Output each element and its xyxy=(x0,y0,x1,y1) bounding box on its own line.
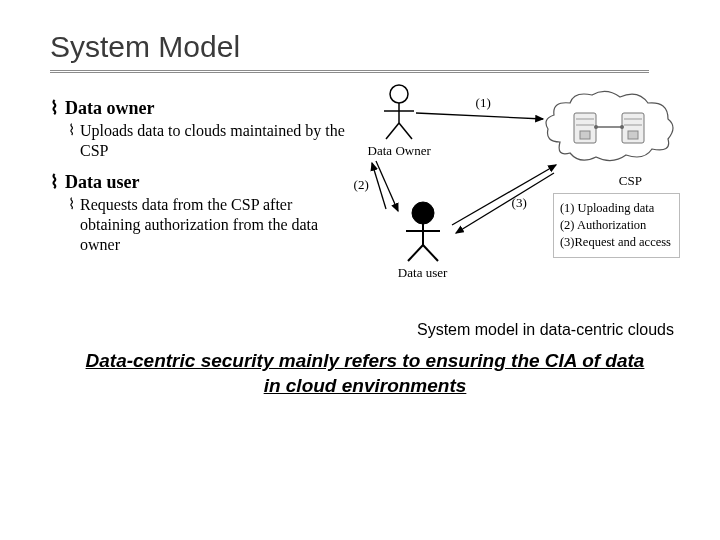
csp-cloud xyxy=(540,87,680,171)
actor-label: Data Owner xyxy=(368,143,431,159)
bullet-text: Uploads data to clouds maintained by the… xyxy=(80,121,348,161)
system-diagram: Data Owner Data user xyxy=(358,83,680,303)
bullet-icon: ⌇ xyxy=(68,121,75,140)
bullet-data-user-sub: ⌇ Requests data from the CSP after obtai… xyxy=(68,195,348,255)
bullet-icon: ⌇ xyxy=(50,97,59,119)
stick-figure-icon xyxy=(398,201,448,263)
svg-line-8 xyxy=(408,245,423,261)
svg-line-24 xyxy=(452,165,556,225)
svg-line-3 xyxy=(386,123,399,139)
csp-label: CSP xyxy=(619,173,642,189)
bullet-data-owner-sub: ⌇ Uploads data to clouds maintained by t… xyxy=(68,121,348,161)
legend-line: (1) Uploading data xyxy=(560,200,671,217)
bullet-heading: Data owner xyxy=(65,98,154,119)
slide-title: System Model xyxy=(50,30,649,73)
legend-line: (3)Request and access xyxy=(560,234,671,251)
arrow-label-2: (2) xyxy=(354,177,369,193)
actor-data-owner: Data Owner xyxy=(368,83,431,159)
legend-line: (2) Authorization xyxy=(560,217,671,234)
bullet-column: ⌇ Data owner ⌇ Uploads data to clouds ma… xyxy=(50,83,348,303)
bullet-icon: ⌇ xyxy=(68,195,75,214)
slide-body: System Model ⌇ Data owner ⌇ Uploads data… xyxy=(0,0,720,418)
bullet-icon: ⌇ xyxy=(50,171,59,193)
svg-rect-13 xyxy=(580,131,590,139)
svg-rect-17 xyxy=(628,131,638,139)
diagram-legend: (1) Uploading data (2) Authorization (3)… xyxy=(553,193,680,258)
svg-line-23 xyxy=(372,163,386,209)
highlight-statement: Data-centric security mainly refers to e… xyxy=(80,349,650,398)
actor-data-user: Data user xyxy=(398,201,448,281)
bullet-text: Requests data from the CSP after obtaini… xyxy=(80,195,348,255)
bullet-data-user: ⌇ Data user xyxy=(50,171,348,193)
arrow-label-3: (3) xyxy=(512,195,527,211)
svg-line-25 xyxy=(456,173,554,233)
svg-line-9 xyxy=(423,245,438,261)
actor-label: Data user xyxy=(398,265,448,281)
bullet-heading: Data user xyxy=(65,172,140,193)
bullet-data-owner: ⌇ Data owner xyxy=(50,97,348,119)
svg-point-20 xyxy=(620,125,624,129)
svg-point-19 xyxy=(594,125,598,129)
stick-figure-icon xyxy=(376,83,422,141)
diagram-caption: System model in data-centric clouds xyxy=(50,321,674,339)
diagram-column: Data Owner Data user xyxy=(358,83,680,303)
svg-line-22 xyxy=(376,161,398,211)
svg-point-0 xyxy=(390,85,408,103)
content-row: ⌇ Data owner ⌇ Uploads data to clouds ma… xyxy=(50,83,680,303)
cloud-icon xyxy=(540,87,680,171)
svg-line-4 xyxy=(399,123,412,139)
arrow-label-1: (1) xyxy=(476,95,491,111)
svg-point-5 xyxy=(412,202,434,224)
svg-line-21 xyxy=(416,113,543,119)
